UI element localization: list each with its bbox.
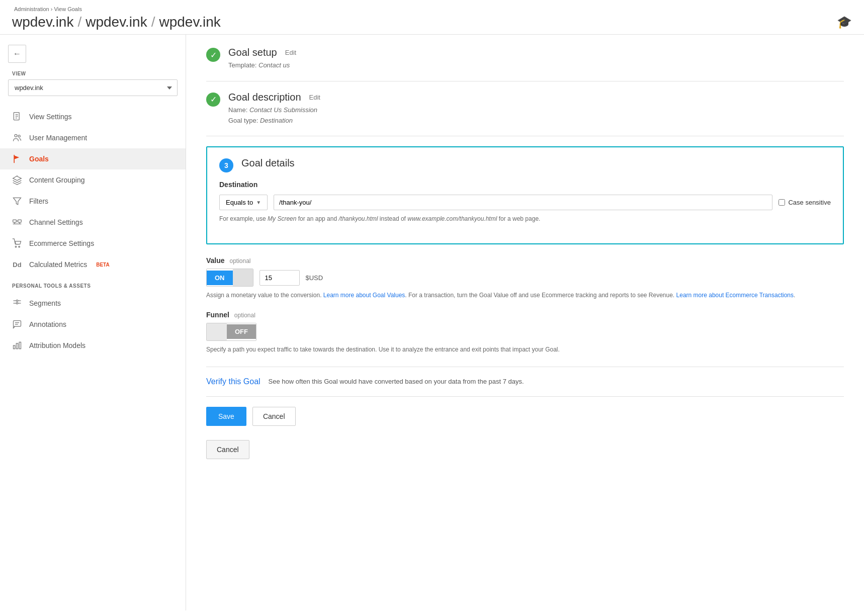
divider — [206, 367, 844, 367]
svg-rect-23 — [19, 342, 21, 348]
goal-setup-meta: Template: Contact us — [228, 60, 844, 71]
segments-icon — [12, 298, 22, 308]
channel-icon — [12, 217, 22, 227]
sidebar: ← VIEW wpdev.ink View Settings — [0, 35, 186, 610]
sidebar-item-ecommerce-settings[interactable]: Ecommerce Settings — [0, 233, 186, 254]
svg-point-10 — [15, 246, 17, 247]
bar-icon — [12, 340, 22, 350]
goal-details-title: Goal details — [241, 157, 295, 169]
funnel-label: Funnel optional — [206, 311, 844, 319]
value-toggle-off-bg — [233, 269, 253, 286]
view-select-container[interactable]: wpdev.ink — [8, 79, 178, 96]
svg-point-2 — [18, 135, 20, 137]
goal-description-meta: Name: Contact Us Submission Goal type: D… — [228, 105, 844, 126]
sidebar-item-filters[interactable]: Filters — [0, 191, 186, 212]
svg-rect-4 — [13, 220, 17, 222]
save-button[interactable]: Save — [206, 407, 246, 426]
site-title: wpdev.ink / wpdev.ink / wpdev.ink 🎓 — [12, 14, 852, 30]
value-optional: optional — [229, 257, 250, 265]
verify-description: See how often this Goal would have conve… — [269, 378, 524, 385]
sidebar-item-content-grouping[interactable]: Content Grouping — [0, 169, 186, 191]
svg-rect-5 — [18, 220, 22, 222]
destination-input[interactable] — [274, 195, 772, 210]
step-number: 3 — [219, 158, 233, 172]
layers-icon — [12, 175, 22, 185]
dd-icon: Dd — [12, 259, 22, 270]
view-select[interactable]: wpdev.ink — [8, 79, 178, 96]
breadcrumb: Administration › View Goals — [12, 6, 852, 12]
value-amount-input[interactable] — [260, 270, 300, 286]
funnel-toggle[interactable]: OFF — [206, 323, 256, 341]
cart-icon — [12, 238, 22, 248]
beta-badge: BETA — [96, 262, 109, 268]
annotations-icon — [12, 319, 22, 329]
divider-2 — [206, 396, 844, 397]
goal-details-header: 3 Goal details — [219, 157, 831, 172]
funnel-toggle-row: OFF — [206, 323, 844, 341]
goal-description-edit-link[interactable]: Edit — [309, 94, 320, 101]
svg-rect-21 — [14, 345, 15, 349]
goal-details-box: 3 Goal details Destination Equals to ▼ — [206, 146, 844, 244]
action-row: Save Cancel — [206, 407, 844, 426]
document-icon — [12, 112, 22, 122]
filter-icon — [12, 196, 22, 206]
users-icon — [12, 133, 22, 143]
learn-goal-values-link[interactable]: Learn more about Goal Values — [323, 292, 405, 299]
value-label: Value optional — [206, 256, 844, 265]
main-content: ✓ Goal setup Edit Template: Contact us ✓… — [186, 35, 864, 610]
value-toggle-row: ON $USD — [206, 269, 844, 287]
value-section: Value optional ON $USD Assign a monetary… — [206, 256, 844, 300]
svg-rect-22 — [16, 343, 18, 349]
funnel-toggle-on-bg — [207, 323, 227, 340]
svg-point-17 — [16, 302, 18, 304]
goal-setup-title: Goal setup — [228, 47, 277, 58]
view-label: VIEW — [0, 71, 186, 76]
destination-label: Destination — [219, 181, 831, 189]
goal-details-content: Goal details — [241, 157, 831, 171]
case-sensitive-checkbox[interactable] — [779, 199, 785, 206]
sidebar-item-goals[interactable]: Goals — [0, 148, 186, 169]
main-layout: ← VIEW wpdev.ink View Settings — [0, 35, 864, 610]
destination-row: Equals to ▼ Case sensitive — [219, 195, 831, 210]
learn-ecommerce-link[interactable]: Learn more about Ecommerce Transactions — [676, 292, 794, 299]
header: Administration › View Goals wpdev.ink / … — [0, 0, 864, 35]
goal-setup-content: Goal setup Edit Template: Contact us — [228, 47, 844, 71]
goal-setup-edit-link[interactable]: Edit — [285, 49, 296, 56]
destination-hint: For example, use My Screen for an app an… — [219, 214, 831, 223]
case-sensitive-label[interactable]: Case sensitive — [779, 199, 831, 206]
goal-setup-section: ✓ Goal setup Edit Template: Contact us — [206, 47, 844, 81]
flag-icon — [12, 154, 22, 164]
dropdown-arrow-icon: ▼ — [256, 200, 261, 205]
svg-point-16 — [16, 300, 18, 301]
cancel-bottom-button[interactable]: Cancel — [206, 440, 249, 459]
verify-goal-link[interactable]: Verify this Goal — [206, 377, 261, 386]
svg-point-11 — [19, 246, 20, 247]
goal-description-content: Goal description Edit Name: Contact Us S… — [228, 92, 844, 126]
equals-to-button[interactable]: Equals to ▼ — [219, 195, 268, 210]
funnel-optional: optional — [234, 312, 255, 319]
graduation-hat-icon: 🎓 — [837, 15, 852, 29]
sidebar-item-calculated-metrics[interactable]: Dd Calculated Metrics BETA — [0, 254, 186, 275]
svg-point-1 — [15, 134, 17, 137]
cancel-button[interactable]: Cancel — [252, 407, 296, 426]
funnel-section: Funnel optional OFF Specify a path you e… — [206, 311, 844, 355]
destination-section: Destination Equals to ▼ Case sensitive F… — [219, 181, 831, 223]
sidebar-item-channel-settings[interactable]: Channel Settings — [0, 212, 186, 233]
value-toggle[interactable]: ON — [206, 269, 253, 287]
goal-description-title: Goal description — [228, 92, 301, 103]
goal-description-check-icon: ✓ — [206, 93, 220, 107]
goal-description-section: ✓ Goal description Edit Name: Contact Us… — [206, 92, 844, 137]
value-toggle-on[interactable]: ON — [207, 271, 233, 285]
personal-tools-label: PERSONAL TOOLS & ASSETS — [0, 275, 186, 293]
value-description: Assign a monetary value to the conversio… — [206, 291, 844, 300]
currency-label: $USD — [306, 274, 323, 282]
sidebar-item-segments[interactable]: Segments — [0, 293, 186, 314]
funnel-toggle-off[interactable]: OFF — [227, 324, 256, 339]
sidebar-item-view-settings[interactable]: View Settings — [0, 106, 186, 127]
svg-rect-18 — [14, 321, 21, 327]
back-button[interactable]: ← — [8, 45, 26, 63]
sidebar-item-user-management[interactable]: User Management — [0, 127, 186, 148]
sidebar-item-annotations[interactable]: Annotations — [0, 314, 186, 335]
verify-row: Verify this Goal See how often this Goal… — [206, 377, 844, 386]
sidebar-item-attribution-models[interactable]: Attribution Models — [0, 335, 186, 356]
